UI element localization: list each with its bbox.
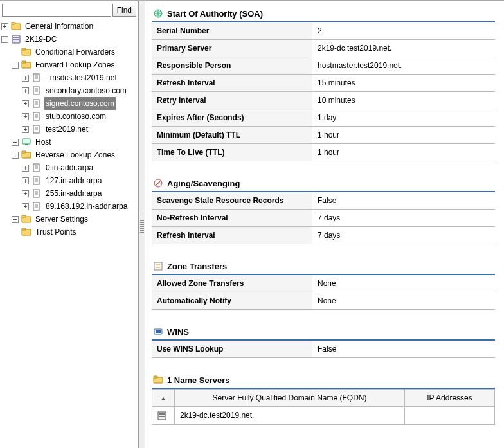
ns-col-ip[interactable]: IP Addresses	[405, 390, 495, 407]
name-server-row[interactable]: 2k19-dc.test2019.net.	[152, 407, 495, 425]
tree-toggle[interactable]: -	[12, 152, 19, 159]
tree-node-cf[interactable]: Conditional Forwarders	[1, 46, 137, 58]
main-panel: Start Of Authority (SOA) Serial Number2P…	[145, 1, 504, 448]
folder-icon	[21, 150, 32, 160]
tree-node-label: General Information	[24, 20, 94, 33]
property-row: Allowed Zone TransfersNone	[152, 275, 495, 292]
server-icon	[158, 411, 166, 420]
folder-icon	[21, 47, 32, 57]
tree-node-tp[interactable]: Trust Points	[1, 226, 137, 238]
tree-node-r2[interactable]: +127.in-addr.arpa	[1, 174, 137, 187]
tree-toggle[interactable]: +	[22, 87, 29, 94]
doc-icon	[32, 124, 42, 134]
tree-node-r4[interactable]: +89.168.192.in-addr.arpa	[1, 200, 137, 213]
soa-table: Serial Number2Primary Server2k19-dc.test…	[152, 22, 495, 161]
tree-node-srv[interactable]: -2K19-DC	[1, 33, 137, 46]
section-title-aging: Aging/Scavenging	[167, 179, 240, 188]
tree-node-label: 127.in-addr.arpa	[44, 174, 103, 187]
property-key: Responsible Person	[152, 57, 312, 75]
folder-icon	[153, 375, 163, 385]
navigation-tree: +General Information-2K19-DCConditional …	[1, 20, 137, 238]
tree-toggle[interactable]: +	[22, 165, 29, 172]
property-row: Scavenge Stale Resource RecordsFalse	[152, 192, 495, 210]
globe-icon	[153, 8, 163, 19]
tree-toggle[interactable]: +	[12, 139, 19, 146]
name-servers-table: ▲ Server Fully Qualified Domain Name (FQ…	[152, 389, 495, 425]
property-key: Automatically Notify	[152, 292, 312, 310]
tree-node-z3[interactable]: +signed.contoso.com	[1, 97, 137, 110]
tree-toggle[interactable]: +	[22, 100, 29, 107]
tree-toggle[interactable]: -	[12, 62, 19, 69]
tree-node-label: 0.in-addr.arpa	[44, 161, 94, 174]
sidebar: Find +General Information-2K19-DCConditi…	[0, 1, 139, 448]
section-header-soa: Start Of Authority (SOA)	[152, 4, 495, 22]
section-zone-transfers: Zone Transfers Allowed Zone TransfersNon…	[152, 257, 495, 310]
tree-node-label: stub.contoso.com	[44, 110, 107, 123]
tree-node-label: Trust Points	[34, 226, 78, 238]
find-button[interactable]: Find	[113, 4, 136, 17]
wins-table: Use WINS LookupFalse	[152, 341, 495, 358]
tree-node-z1[interactable]: +_msdcs.test2019.net	[1, 71, 137, 84]
tree-node-label: secondary.contoso.com	[44, 84, 128, 97]
tree-toggle[interactable]: +	[22, 203, 29, 210]
tree-toggle[interactable]: +	[1, 23, 8, 30]
property-value: hostmaster.test2019.net.	[312, 57, 495, 75]
property-value: None	[312, 292, 495, 310]
ns-fqdn: 2k19-dc.test2019.net.	[175, 407, 405, 425]
tree-node-label: test2019.net	[44, 123, 89, 136]
tree-node-z5[interactable]: +test2019.net	[1, 123, 137, 136]
tree-node-ss[interactable]: +Server Settings	[1, 213, 137, 226]
section-title-soa: Start Of Authority (SOA)	[167, 9, 263, 19]
tree-toggle[interactable]: +	[12, 216, 19, 223]
property-key: Allowed Zone Transfers	[152, 275, 312, 292]
property-row: No-Refresh Interval7 days	[152, 210, 495, 227]
tree-node-r3[interactable]: +255.in-addr.arpa	[1, 187, 137, 200]
folder-icon	[21, 60, 32, 70]
tree-node-label: 255.in-addr.arpa	[44, 187, 103, 200]
tree-toggle[interactable]: +	[22, 126, 29, 133]
doc-icon	[32, 188, 42, 199]
ns-col-fqdn[interactable]: Server Fully Qualified Domain Name (FQDN…	[175, 390, 405, 407]
tree-toggle[interactable]: +	[22, 177, 29, 184]
tree-node-rlz[interactable]: -Reverse Lookup Zones	[1, 148, 137, 161]
tree-toggle[interactable]: +	[22, 113, 29, 120]
tree-node-hst[interactable]: +Host	[1, 136, 137, 148]
doc-icon	[32, 98, 42, 109]
tree-node-label: Host	[34, 136, 53, 148]
tree-node-flz[interactable]: -Forward Lookup Zones	[1, 58, 137, 71]
property-value: 1 day	[312, 109, 495, 127]
ns-row-icon-cell	[152, 407, 175, 425]
property-key: Scavenge Stale Resource Records	[152, 192, 312, 210]
tree-toggle	[12, 49, 19, 56]
tree-node-r1[interactable]: +0.in-addr.arpa	[1, 161, 137, 174]
section-title-ns: 1 Name Servers	[167, 375, 230, 385]
tree-node-z2[interactable]: +secondary.contoso.com	[1, 84, 137, 97]
property-value: False	[312, 192, 495, 210]
ns-sort-column[interactable]: ▲	[152, 390, 175, 407]
tree-node-gi[interactable]: +General Information	[1, 20, 137, 33]
property-key: Minimum (Default) TTL	[152, 127, 312, 144]
search-input[interactable]	[2, 4, 111, 17]
property-value: None	[312, 275, 495, 292]
property-key: Use WINS Lookup	[152, 341, 312, 358]
host-icon	[21, 137, 32, 147]
property-row: Time To Live (TTL)1 hour	[152, 144, 495, 161]
doc-icon	[32, 175, 42, 186]
tree-toggle[interactable]: +	[22, 75, 29, 82]
tree-node-label: signed.contoso.com	[44, 97, 116, 110]
zone-transfer-icon	[153, 261, 163, 271]
tree-toggle[interactable]: +	[22, 190, 29, 197]
doc-icon	[32, 163, 42, 173]
tree-toggle[interactable]: -	[1, 36, 8, 43]
section-soa: Start Of Authority (SOA) Serial Number2P…	[152, 4, 495, 161]
section-header-zt: Zone Transfers	[152, 257, 495, 275]
tree-node-z4[interactable]: +stub.contoso.com	[1, 110, 137, 123]
doc-icon	[32, 85, 42, 96]
tree-node-label: 89.168.192.in-addr.arpa	[44, 200, 129, 213]
section-name-servers: 1 Name Servers ▲ Server Fully Qualified …	[152, 371, 495, 425]
property-value: False	[312, 341, 495, 358]
tree-node-label: _msdcs.test2019.net	[44, 71, 118, 84]
property-row: Responsible Personhostmaster.test2019.ne…	[152, 57, 495, 75]
splitter[interactable]	[139, 1, 145, 448]
property-row: Primary Server2k19-dc.test2019.net.	[152, 40, 495, 57]
